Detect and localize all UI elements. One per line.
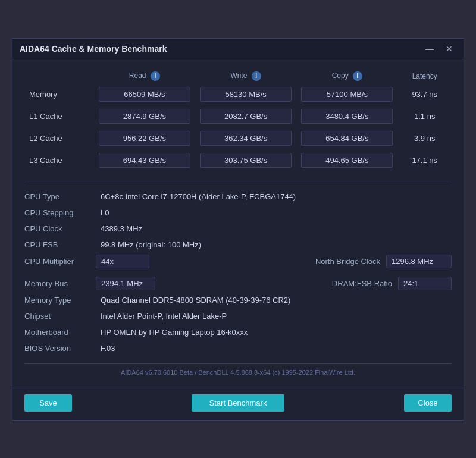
close-title-button[interactable]: ✕ (442, 43, 456, 54)
title-bar: AIDA64 Cache & Memory Benchmark — ✕ (12, 39, 464, 59)
memory-type-label: Memory Type (24, 296, 96, 305)
window-title: AIDA64 Cache & Memory Benchmark (20, 44, 167, 54)
bios-row: BIOS Version F.03 (24, 340, 452, 356)
read-info-icon[interactable]: i (151, 71, 160, 81)
bench-write: 362.34 GB/s (195, 127, 296, 149)
main-window: AIDA64 Cache & Memory Benchmark — ✕ Read… (12, 38, 464, 421)
motherboard-label: Motherboard (24, 328, 96, 337)
bench-copy: 57100 MB/s (296, 83, 397, 105)
bench-read: 2874.9 GB/s (94, 105, 195, 127)
north-bridge-label: North Bridge Clock (315, 257, 380, 266)
bench-read: 956.22 GB/s (94, 127, 195, 149)
bench-write: 303.75 GB/s (195, 149, 296, 171)
col-header-copy: Copy i (296, 69, 397, 83)
info-section: CPU Type 6C+8c Intel Core i7-12700H (Ald… (24, 181, 452, 356)
cpu-clock-value: 4389.3 MHz (96, 222, 147, 235)
chipset-value: Intel Alder Point-P, Intel Alder Lake-P (96, 310, 231, 322)
copy-info-icon[interactable]: i (353, 71, 362, 81)
cpu-multiplier-label: CPU Multiplier (24, 257, 96, 266)
motherboard-row: Motherboard HP OMEN by HP Gaming Laptop … (24, 324, 452, 340)
bios-value: F.03 (96, 342, 120, 355)
bench-read: 694.43 GB/s (94, 149, 195, 171)
cpu-stepping-value: L0 (96, 206, 114, 219)
cpu-fsb-row: CPU FSB 99.8 MHz (original: 100 MHz) (24, 237, 452, 253)
save-button[interactable]: Save (24, 394, 72, 412)
bench-latency: 3.9 ns (397, 127, 452, 149)
memory-bus-label: Memory Bus (24, 279, 96, 288)
footer-note: AIDA64 v6.70.6010 Beta / BenchDLL 4.5.86… (24, 363, 452, 378)
cpu-fsb-value: 99.8 MHz (original: 100 MHz) (96, 239, 206, 251)
content-area: Read i Write i Copy i Latency (12, 59, 464, 388)
memory-type-row: Memory Type Quad Channel DDR5-4800 SDRAM… (24, 292, 452, 308)
cpu-fsb-label: CPU FSB (24, 240, 96, 249)
memory-bus-row: Memory Bus 2394.1 MHz DRAM:FSB Ratio 24:… (24, 275, 452, 292)
cpu-stepping-label: CPU Stepping (24, 208, 96, 217)
cpu-multiplier-value: 44x (96, 255, 149, 268)
chipset-label: Chipset (24, 312, 96, 321)
motherboard-value: HP OMEN by HP Gaming Laptop 16-k0xxx (96, 326, 252, 338)
dram-fsb-value: 24:1 (398, 277, 452, 290)
north-bridge-value: 1296.8 MHz (386, 255, 452, 268)
bench-row-memory: Memory 66509 MB/s 58130 MB/s 57100 MB/s … (24, 83, 452, 105)
col-header-read: Read i (94, 69, 195, 83)
write-info-icon[interactable]: i (252, 71, 261, 81)
bench-copy: 3480.4 GB/s (296, 105, 397, 127)
close-button[interactable]: Close (404, 394, 452, 412)
minimize-button[interactable]: — (422, 43, 437, 54)
bench-write: 2082.7 GB/s (195, 105, 296, 127)
cpu-type-row: CPU Type 6C+8c Intel Core i7-12700H (Ald… (24, 189, 452, 205)
memory-type-value: Quad Channel DDR5-4800 SDRAM (40-39-39-7… (96, 294, 295, 306)
bench-latency: 1.1 ns (397, 105, 452, 127)
col-header-row (24, 69, 94, 83)
bench-copy: 654.84 GB/s (296, 127, 397, 149)
title-bar-controls: — ✕ (422, 43, 456, 54)
memory-bus-value: 2394.1 MHz (96, 277, 155, 290)
bench-write: 58130 MB/s (195, 83, 296, 105)
bench-read: 66509 MB/s (94, 83, 195, 105)
bench-label: Memory (24, 83, 94, 105)
bios-label: BIOS Version (24, 344, 96, 353)
bench-label: L2 Cache (24, 127, 94, 149)
col-header-write: Write i (195, 69, 296, 83)
bench-row-l1-cache: L1 Cache 2874.9 GB/s 2082.7 GB/s 3480.4 … (24, 105, 452, 127)
cpu-clock-label: CPU Clock (24, 224, 96, 233)
cpu-stepping-row: CPU Stepping L0 (24, 205, 452, 221)
bench-latency: 17.1 ns (397, 149, 452, 171)
cpu-type-label: CPU Type (24, 192, 96, 201)
bench-label: L1 Cache (24, 105, 94, 127)
cpu-type-value: 6C+8c Intel Core i7-12700H (Alder Lake-P… (96, 190, 300, 203)
cpu-multiplier-row: CPU Multiplier 44x North Bridge Clock 12… (24, 253, 452, 270)
bench-label: L3 Cache (24, 149, 94, 171)
chipset-row: Chipset Intel Alder Point-P, Intel Alder… (24, 308, 452, 324)
bench-latency: 93.7 ns (397, 83, 452, 105)
start-benchmark-button[interactable]: Start Benchmark (192, 394, 285, 412)
bench-copy: 494.65 GB/s (296, 149, 397, 171)
col-header-latency: Latency (397, 69, 452, 83)
dram-fsb-label: DRAM:FSB Ratio (332, 279, 392, 288)
cpu-clock-row: CPU Clock 4389.3 MHz (24, 221, 452, 237)
benchmark-table: Read i Write i Copy i Latency (24, 69, 452, 171)
bench-row-l3-cache: L3 Cache 694.43 GB/s 303.75 GB/s 494.65 … (24, 149, 452, 171)
bench-row-l2-cache: L2 Cache 956.22 GB/s 362.34 GB/s 654.84 … (24, 127, 452, 149)
button-bar: Save Start Benchmark Close (12, 388, 464, 420)
